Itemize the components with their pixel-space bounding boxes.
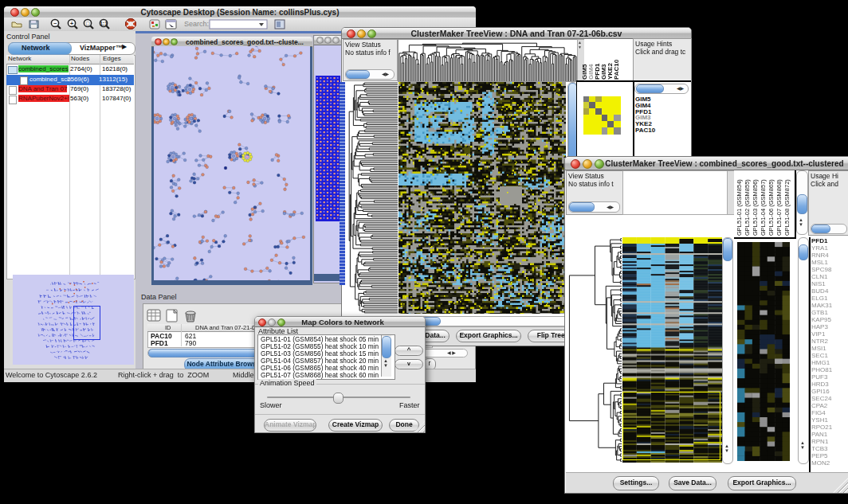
svg-text:−: − xyxy=(53,21,57,26)
svg-text:+: + xyxy=(70,21,73,26)
svg-text:Search:: Search: xyxy=(184,20,209,28)
svg-text:1:1: 1:1 xyxy=(100,21,108,26)
